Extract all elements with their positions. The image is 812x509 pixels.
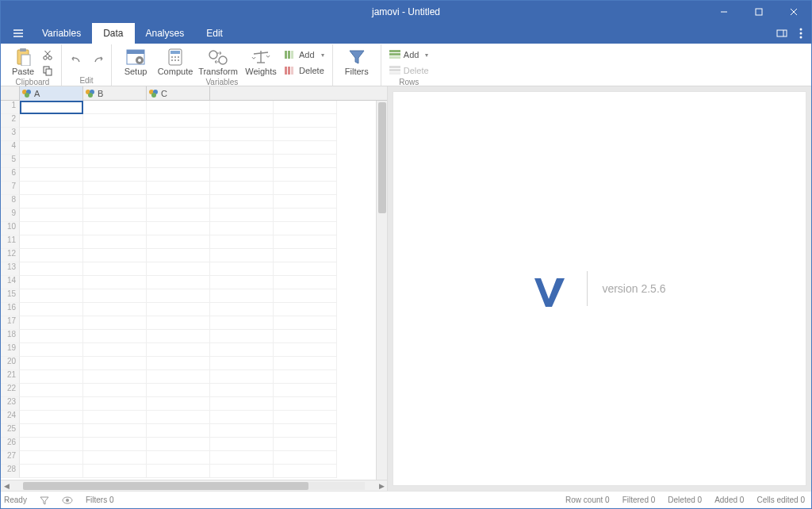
cell[interactable]: [83, 343, 147, 357]
table-row[interactable]: 26: [1, 438, 387, 451]
row-number[interactable]: 23: [1, 397, 20, 411]
transform-button[interactable]: Transform: [196, 46, 240, 76]
cell[interactable]: [83, 101, 147, 114]
table-row[interactable]: 15: [1, 289, 387, 303]
row-number[interactable]: 21: [1, 370, 20, 384]
cell[interactable]: [147, 195, 210, 209]
scroll-left-arrow[interactable]: ◀: [1, 482, 12, 490]
cell[interactable]: [274, 303, 337, 316]
cell[interactable]: [210, 235, 274, 249]
table-row[interactable]: 20: [1, 357, 387, 370]
cell[interactable]: [274, 262, 337, 276]
variables-delete-button[interactable]: Delete: [282, 63, 327, 78]
row-number[interactable]: 27: [1, 451, 20, 465]
window-mode-icon[interactable]: [775, 26, 789, 40]
cell[interactable]: [20, 249, 83, 262]
cell[interactable]: [274, 235, 337, 249]
table-row[interactable]: 13: [1, 262, 387, 276]
horizontal-scrollbar[interactable]: ◀ ▶: [1, 480, 387, 491]
cell[interactable]: [210, 397, 274, 411]
cell[interactable]: [147, 168, 210, 182]
minimize-button[interactable]: [707, 1, 741, 23]
cell[interactable]: [210, 222, 274, 235]
cell[interactable]: [210, 128, 274, 141]
table-row[interactable]: 8: [1, 195, 387, 209]
cell[interactable]: [20, 141, 83, 155]
cell[interactable]: [274, 451, 337, 465]
cell[interactable]: [210, 276, 274, 289]
cell[interactable]: [147, 370, 210, 384]
corner-cell[interactable]: [1, 86, 20, 100]
cell[interactable]: [83, 168, 147, 182]
cell[interactable]: [274, 168, 337, 182]
cell[interactable]: [20, 316, 83, 330]
cell[interactable]: [147, 101, 210, 114]
cell[interactable]: [147, 357, 210, 370]
cell[interactable]: [83, 397, 147, 411]
cell[interactable]: [83, 357, 147, 370]
table-row[interactable]: 18: [1, 330, 387, 343]
cell[interactable]: [274, 128, 337, 141]
cell[interactable]: [274, 316, 337, 330]
undo-button[interactable]: [67, 52, 84, 67]
cell[interactable]: [274, 397, 337, 411]
cell[interactable]: [147, 222, 210, 235]
cell[interactable]: [20, 101, 83, 114]
status-filter-icon[interactable]: [40, 496, 49, 505]
cell[interactable]: [83, 222, 147, 235]
cell[interactable]: [83, 235, 147, 249]
cell[interactable]: [147, 411, 210, 424]
row-number[interactable]: 1: [1, 101, 20, 114]
row-number[interactable]: 26: [1, 438, 20, 451]
cell[interactable]: [274, 289, 337, 303]
cell[interactable]: [210, 451, 274, 465]
cell[interactable]: [210, 438, 274, 451]
cell[interactable]: [83, 128, 147, 141]
cell[interactable]: [147, 114, 210, 128]
table-row[interactable]: 12: [1, 249, 387, 262]
row-number[interactable]: 11: [1, 235, 20, 249]
cell[interactable]: [210, 249, 274, 262]
cell[interactable]: [274, 222, 337, 235]
cell[interactable]: [83, 451, 147, 465]
scroll-right-arrow[interactable]: ▶: [376, 482, 387, 490]
cell[interactable]: [83, 114, 147, 128]
cell[interactable]: [83, 316, 147, 330]
cell[interactable]: [20, 114, 83, 128]
cell[interactable]: [147, 465, 210, 478]
cell[interactable]: [210, 357, 274, 370]
cell[interactable]: [20, 357, 83, 370]
cell[interactable]: [274, 343, 337, 357]
cell[interactable]: [83, 384, 147, 397]
cell[interactable]: [274, 384, 337, 397]
table-row[interactable]: 22: [1, 384, 387, 397]
table-row[interactable]: 14: [1, 276, 387, 289]
table-row[interactable]: 24: [1, 411, 387, 424]
tab-analyses[interactable]: Analyses: [135, 23, 196, 44]
cell[interactable]: [20, 465, 83, 478]
cell[interactable]: [147, 451, 210, 465]
row-number[interactable]: 20: [1, 357, 20, 370]
cell[interactable]: [274, 357, 337, 370]
cell[interactable]: [147, 128, 210, 141]
maximize-button[interactable]: [741, 1, 776, 23]
cell[interactable]: [83, 155, 147, 168]
cell[interactable]: [83, 182, 147, 195]
row-number[interactable]: 13: [1, 262, 20, 276]
row-number[interactable]: 22: [1, 384, 20, 397]
cell[interactable]: [147, 209, 210, 222]
cell[interactable]: [20, 182, 83, 195]
cell[interactable]: [20, 411, 83, 424]
cell[interactable]: [210, 343, 274, 357]
rows-add-button[interactable]: Add ▾: [386, 48, 432, 62]
cell[interactable]: [147, 155, 210, 168]
cell[interactable]: [210, 370, 274, 384]
cell[interactable]: [147, 141, 210, 155]
cell[interactable]: [20, 128, 83, 141]
cell[interactable]: [20, 303, 83, 316]
cell[interactable]: [210, 411, 274, 424]
row-number[interactable]: 5: [1, 155, 20, 168]
filters-button[interactable]: Filters: [338, 46, 376, 76]
cell[interactable]: [210, 209, 274, 222]
table-row[interactable]: 9: [1, 209, 387, 222]
